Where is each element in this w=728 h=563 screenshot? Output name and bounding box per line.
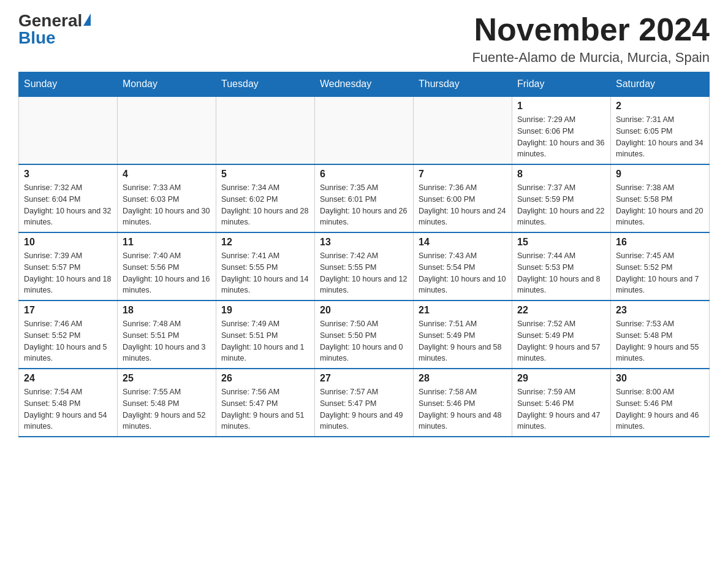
col-header-sunday: Sunday	[19, 72, 118, 97]
location-title: Fuente-Alamo de Murcia, Murcia, Spain	[472, 50, 710, 66]
calendar-cell	[19, 96, 118, 164]
calendar-cell: 20Sunrise: 7:50 AM Sunset: 5:50 PM Dayli…	[315, 301, 414, 369]
day-number: 19	[221, 305, 309, 316]
calendar-cell: 14Sunrise: 7:43 AM Sunset: 5:54 PM Dayli…	[414, 232, 512, 301]
day-info: Sunrise: 7:55 AM Sunset: 5:48 PM Dayligh…	[123, 386, 211, 432]
day-number: 17	[24, 305, 112, 316]
calendar-cell: 19Sunrise: 7:49 AM Sunset: 5:51 PM Dayli…	[216, 301, 315, 369]
week-row-3: 10Sunrise: 7:39 AM Sunset: 5:57 PM Dayli…	[19, 232, 710, 301]
calendar-cell	[315, 96, 414, 164]
day-number: 14	[419, 237, 507, 248]
logo: General Blue	[18, 12, 91, 47]
day-info: Sunrise: 7:33 AM Sunset: 6:03 PM Dayligh…	[123, 182, 211, 228]
day-info: Sunrise: 7:59 AM Sunset: 5:46 PM Dayligh…	[517, 386, 605, 432]
day-info: Sunrise: 7:41 AM Sunset: 5:55 PM Dayligh…	[221, 250, 309, 296]
day-number: 16	[616, 237, 704, 248]
title-area: November 2024 Fuente-Alamo de Murcia, Mu…	[472, 12, 710, 66]
day-info: Sunrise: 7:42 AM Sunset: 5:55 PM Dayligh…	[320, 250, 408, 296]
calendar-cell: 25Sunrise: 7:55 AM Sunset: 5:48 PM Dayli…	[118, 369, 216, 437]
calendar-cell: 17Sunrise: 7:46 AM Sunset: 5:52 PM Dayli…	[19, 301, 118, 369]
calendar-cell: 4Sunrise: 7:33 AM Sunset: 6:03 PM Daylig…	[118, 164, 216, 232]
calendar-cell: 6Sunrise: 7:35 AM Sunset: 6:01 PM Daylig…	[315, 164, 414, 232]
calendar-cell: 21Sunrise: 7:51 AM Sunset: 5:49 PM Dayli…	[414, 301, 512, 369]
week-row-1: 1Sunrise: 7:29 AM Sunset: 6:06 PM Daylig…	[19, 96, 710, 164]
day-info: Sunrise: 7:57 AM Sunset: 5:47 PM Dayligh…	[320, 386, 408, 432]
day-number: 8	[517, 169, 605, 180]
day-info: Sunrise: 7:52 AM Sunset: 5:49 PM Dayligh…	[517, 318, 605, 364]
calendar-cell: 23Sunrise: 7:53 AM Sunset: 5:48 PM Dayli…	[611, 301, 710, 369]
day-info: Sunrise: 7:50 AM Sunset: 5:50 PM Dayligh…	[320, 318, 408, 364]
calendar-cell: 28Sunrise: 7:58 AM Sunset: 5:46 PM Dayli…	[414, 369, 512, 437]
calendar-cell: 27Sunrise: 7:57 AM Sunset: 5:47 PM Dayli…	[315, 369, 414, 437]
logo-general: General	[18, 12, 82, 29]
day-number: 23	[616, 305, 704, 316]
col-header-thursday: Thursday	[414, 72, 512, 97]
col-header-monday: Monday	[118, 72, 216, 97]
day-info: Sunrise: 7:40 AM Sunset: 5:56 PM Dayligh…	[123, 250, 211, 296]
calendar-cell: 3Sunrise: 7:32 AM Sunset: 6:04 PM Daylig…	[19, 164, 118, 232]
calendar-cell	[118, 96, 216, 164]
day-info: Sunrise: 7:58 AM Sunset: 5:46 PM Dayligh…	[419, 386, 507, 432]
day-info: Sunrise: 7:48 AM Sunset: 5:51 PM Dayligh…	[123, 318, 211, 364]
day-info: Sunrise: 7:29 AM Sunset: 6:06 PM Dayligh…	[517, 114, 605, 160]
day-number: 11	[123, 237, 211, 248]
day-info: Sunrise: 7:35 AM Sunset: 6:01 PM Dayligh…	[320, 182, 408, 228]
day-info: Sunrise: 7:51 AM Sunset: 5:49 PM Dayligh…	[419, 318, 507, 364]
calendar: SundayMondayTuesdayWednesdayThursdayFrid…	[18, 72, 710, 437]
day-number: 29	[517, 373, 605, 384]
day-info: Sunrise: 7:45 AM Sunset: 5:52 PM Dayligh…	[616, 250, 704, 296]
day-number: 28	[419, 373, 507, 384]
day-number: 12	[221, 237, 309, 248]
calendar-cell: 22Sunrise: 7:52 AM Sunset: 5:49 PM Dayli…	[512, 301, 611, 369]
week-row-5: 24Sunrise: 7:54 AM Sunset: 5:48 PM Dayli…	[19, 369, 710, 437]
logo-blue: Blue	[18, 29, 56, 47]
day-number: 21	[419, 305, 507, 316]
day-info: Sunrise: 8:00 AM Sunset: 5:46 PM Dayligh…	[616, 386, 704, 432]
calendar-cell: 16Sunrise: 7:45 AM Sunset: 5:52 PM Dayli…	[611, 232, 710, 301]
calendar-cell: 11Sunrise: 7:40 AM Sunset: 5:56 PM Dayli…	[118, 232, 216, 301]
day-info: Sunrise: 7:43 AM Sunset: 5:54 PM Dayligh…	[419, 250, 507, 296]
month-title: November 2024	[472, 12, 710, 47]
calendar-cell	[216, 96, 315, 164]
day-number: 30	[616, 373, 704, 384]
day-number: 22	[517, 305, 605, 316]
day-info: Sunrise: 7:36 AM Sunset: 6:00 PM Dayligh…	[419, 182, 507, 228]
day-number: 3	[24, 169, 112, 180]
col-header-tuesday: Tuesday	[216, 72, 315, 97]
day-info: Sunrise: 7:56 AM Sunset: 5:47 PM Dayligh…	[221, 386, 309, 432]
calendar-cell: 18Sunrise: 7:48 AM Sunset: 5:51 PM Dayli…	[118, 301, 216, 369]
day-number: 7	[419, 169, 507, 180]
calendar-cell: 30Sunrise: 8:00 AM Sunset: 5:46 PM Dayli…	[611, 369, 710, 437]
day-number: 24	[24, 373, 112, 384]
calendar-cell: 1Sunrise: 7:29 AM Sunset: 6:06 PM Daylig…	[512, 96, 611, 164]
day-number: 10	[24, 237, 112, 248]
calendar-cell: 2Sunrise: 7:31 AM Sunset: 6:05 PM Daylig…	[611, 96, 710, 164]
day-info: Sunrise: 7:31 AM Sunset: 6:05 PM Dayligh…	[616, 114, 704, 160]
calendar-cell: 9Sunrise: 7:38 AM Sunset: 5:58 PM Daylig…	[611, 164, 710, 232]
day-number: 20	[320, 305, 408, 316]
day-info: Sunrise: 7:53 AM Sunset: 5:48 PM Dayligh…	[616, 318, 704, 364]
day-info: Sunrise: 7:34 AM Sunset: 6:02 PM Dayligh…	[221, 182, 309, 228]
calendar-cell: 29Sunrise: 7:59 AM Sunset: 5:46 PM Dayli…	[512, 369, 611, 437]
calendar-cell: 10Sunrise: 7:39 AM Sunset: 5:57 PM Dayli…	[19, 232, 118, 301]
week-row-4: 17Sunrise: 7:46 AM Sunset: 5:52 PM Dayli…	[19, 301, 710, 369]
week-row-2: 3Sunrise: 7:32 AM Sunset: 6:04 PM Daylig…	[19, 164, 710, 232]
calendar-cell: 13Sunrise: 7:42 AM Sunset: 5:55 PM Dayli…	[315, 232, 414, 301]
calendar-cell: 8Sunrise: 7:37 AM Sunset: 5:59 PM Daylig…	[512, 164, 611, 232]
day-info: Sunrise: 7:46 AM Sunset: 5:52 PM Dayligh…	[24, 318, 112, 364]
header: General Blue November 2024 Fuente-Alamo …	[18, 12, 710, 66]
col-header-wednesday: Wednesday	[315, 72, 414, 97]
day-info: Sunrise: 7:49 AM Sunset: 5:51 PM Dayligh…	[221, 318, 309, 364]
day-number: 18	[123, 305, 211, 316]
day-number: 2	[616, 101, 704, 112]
logo-triangle-icon	[83, 13, 91, 26]
calendar-cell: 12Sunrise: 7:41 AM Sunset: 5:55 PM Dayli…	[216, 232, 315, 301]
calendar-cell: 7Sunrise: 7:36 AM Sunset: 6:00 PM Daylig…	[414, 164, 512, 232]
day-number: 27	[320, 373, 408, 384]
col-header-friday: Friday	[512, 72, 611, 97]
day-number: 13	[320, 237, 408, 248]
day-number: 4	[123, 169, 211, 180]
day-number: 15	[517, 237, 605, 248]
day-info: Sunrise: 7:37 AM Sunset: 5:59 PM Dayligh…	[517, 182, 605, 228]
calendar-cell: 5Sunrise: 7:34 AM Sunset: 6:02 PM Daylig…	[216, 164, 315, 232]
